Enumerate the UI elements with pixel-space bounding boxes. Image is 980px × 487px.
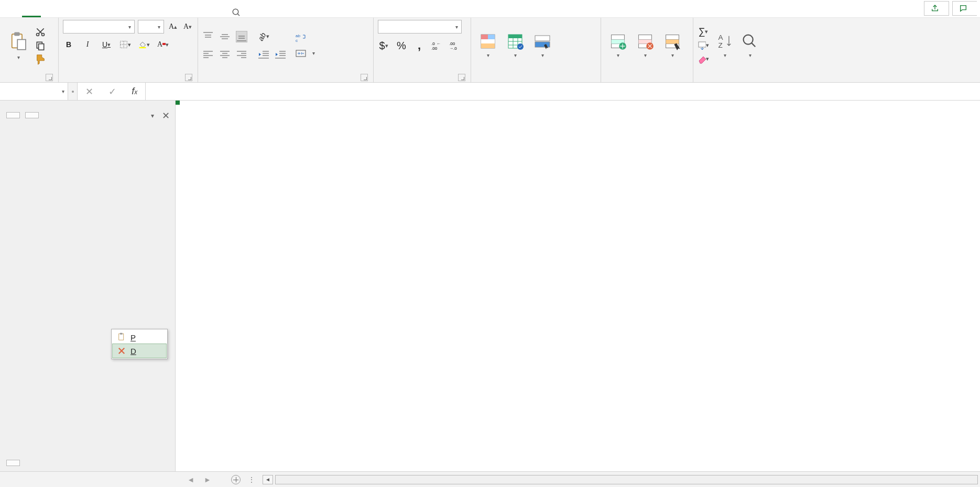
borders-button[interactable]: ▾ xyxy=(119,39,131,50)
tab-acrobat[interactable] xyxy=(192,10,211,17)
pane-menu-button[interactable]: ▾ xyxy=(151,112,154,119)
merge-center-button[interactable]: ▾ xyxy=(296,49,315,58)
percent-button[interactable]: % xyxy=(396,40,407,51)
svg-rect-3 xyxy=(14,32,20,36)
add-sheet-button[interactable] xyxy=(229,472,243,487)
group-number: ▾ $ ▾ % , .0←.00 .00→.0 xyxy=(374,18,471,82)
spreadsheet-grid[interactable] xyxy=(176,101,980,471)
font-name-select[interactable]: ▾ xyxy=(63,20,135,34)
dialog-launcher-icon[interactable] xyxy=(46,74,53,81)
horizontal-scrollbar[interactable] xyxy=(275,475,978,484)
font-color-button[interactable]: A▾ xyxy=(157,39,169,50)
tell-me-search[interactable] xyxy=(232,8,245,17)
conditional-formatting-button[interactable]: ▾ xyxy=(475,31,500,59)
comment-button[interactable] xyxy=(952,1,977,16)
decrease-font-button[interactable]: A▾ xyxy=(182,21,193,32)
formula-input[interactable] xyxy=(146,83,980,100)
align-center-button[interactable] xyxy=(219,49,231,60)
align-top-icon xyxy=(203,32,213,41)
insert-function-button[interactable]: fx xyxy=(132,86,137,97)
bucket-icon xyxy=(138,39,147,50)
copy-button[interactable] xyxy=(35,40,46,51)
scissors-icon xyxy=(35,27,46,37)
align-middle-button[interactable] xyxy=(219,31,231,42)
sheet-more-button[interactable]: ⋮ xyxy=(243,475,260,484)
options-button[interactable] xyxy=(6,460,20,466)
bold-button[interactable]: B xyxy=(63,39,74,50)
font-size-select[interactable]: ▾ xyxy=(138,20,164,34)
svg-rect-57 xyxy=(508,35,522,38)
tab-view[interactable] xyxy=(154,10,173,17)
clear-all-button[interactable] xyxy=(25,112,39,118)
cancel-formula-button[interactable]: ✕ xyxy=(85,86,93,97)
ctx-delete[interactable]: D xyxy=(113,344,166,358)
align-bottom-button[interactable] xyxy=(236,31,247,42)
paste-button[interactable]: ▾ xyxy=(4,29,32,61)
format-painter-button[interactable] xyxy=(35,53,46,65)
ctx-paste[interactable]: P xyxy=(113,330,166,344)
accounting-button[interactable]: $ ▾ xyxy=(378,40,389,51)
paste-all-button[interactable] xyxy=(6,112,20,118)
sort-filter-button[interactable]: AZ ▾ xyxy=(712,31,737,59)
tab-draw[interactable] xyxy=(60,10,79,17)
tab-home[interactable] xyxy=(22,10,41,17)
align-left-icon xyxy=(203,51,213,58)
scroll-left-button[interactable]: ◄ xyxy=(263,475,273,484)
align-right-button[interactable] xyxy=(236,49,247,60)
dialog-launcher-icon[interactable] xyxy=(361,74,368,81)
fill-button[interactable]: ▾ xyxy=(698,40,709,51)
delete-button[interactable]: ▾ xyxy=(633,31,658,59)
cellstyles-icon xyxy=(533,32,551,50)
align-top-button[interactable] xyxy=(202,31,214,42)
tab-page-layout[interactable] xyxy=(79,10,97,17)
sheet-nav-prev[interactable]: ◄ xyxy=(187,475,194,484)
decrease-decimal-button[interactable]: .00→.0 xyxy=(449,40,461,51)
svg-text:A: A xyxy=(718,34,724,41)
increase-indent-button[interactable] xyxy=(275,49,286,60)
svg-rect-13 xyxy=(162,43,166,45)
increase-font-button[interactable]: A▴ xyxy=(167,21,179,32)
tab-help[interactable] xyxy=(173,10,192,17)
share-button[interactable] xyxy=(924,1,949,16)
sheet-tab-bar: ◄ ► ⋮ ◄ xyxy=(0,471,980,487)
enter-formula-button[interactable]: ✓ xyxy=(108,86,116,97)
number-format-select[interactable]: ▾ xyxy=(378,20,462,34)
dialog-launcher-icon[interactable] xyxy=(185,74,192,81)
format-as-table-button[interactable]: ▾ xyxy=(503,31,528,59)
group-label xyxy=(4,71,54,82)
sheet-nav-next[interactable]: ► xyxy=(204,475,211,484)
tab-review[interactable] xyxy=(135,10,154,17)
table-icon xyxy=(506,32,524,50)
comma-button[interactable]: , xyxy=(413,40,425,51)
group-cells: ▾ ▾ ▾ xyxy=(601,18,693,82)
tab-formulas[interactable] xyxy=(97,10,116,17)
orientation-button[interactable]: ab▾ xyxy=(258,31,269,42)
clear-button[interactable]: ▾ xyxy=(698,53,709,65)
find-select-button[interactable]: ▾ xyxy=(737,31,763,59)
italic-button[interactable]: I xyxy=(82,39,93,50)
align-bottom-icon xyxy=(237,32,246,41)
tab-insert[interactable] xyxy=(41,10,60,17)
insert-button[interactable]: ▾ xyxy=(605,31,630,59)
cell-styles-button[interactable]: ▾ xyxy=(530,31,555,59)
autosum-button[interactable]: ∑ ▾ xyxy=(698,26,709,38)
share-icon xyxy=(931,4,939,13)
tab-file[interactable] xyxy=(3,10,22,17)
underline-button[interactable]: U ▾ xyxy=(101,39,112,50)
dialog-launcher-icon[interactable] xyxy=(458,74,465,81)
increase-decimal-button[interactable]: .0←.00 xyxy=(431,40,443,51)
align-middle-icon xyxy=(220,32,230,41)
pane-close-button[interactable]: ✕ xyxy=(162,110,170,121)
fill-color-button[interactable]: ▾ xyxy=(138,39,150,50)
group-alignment: ab▾ abc ▾ xyxy=(198,18,374,82)
wrap-text-button[interactable]: abc xyxy=(296,33,315,42)
svg-rect-85 xyxy=(120,333,123,335)
format-button[interactable]: ▾ xyxy=(660,31,685,59)
cut-button[interactable] xyxy=(35,26,46,38)
eraser-icon xyxy=(698,54,706,64)
tab-data[interactable] xyxy=(116,10,135,17)
svg-text:.00: .00 xyxy=(449,41,455,46)
align-left-button[interactable] xyxy=(202,49,214,60)
decrease-indent-button[interactable] xyxy=(258,49,269,60)
name-box[interactable]: ▾ xyxy=(0,83,68,100)
